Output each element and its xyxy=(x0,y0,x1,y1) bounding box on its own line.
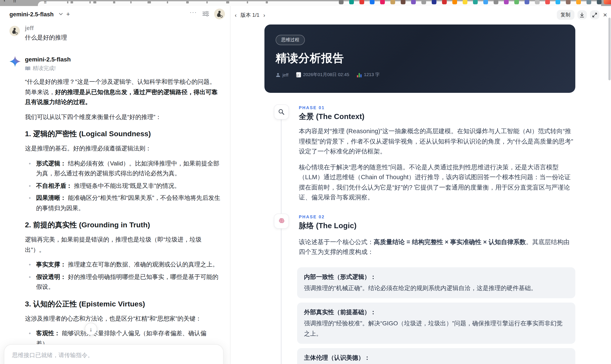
gemini-star-icon xyxy=(10,56,21,67)
box-title: 外部真实性（前提基础）： xyxy=(304,308,569,316)
paragraph: 本内容是对“推理 (Reasoning)”这一抽象概念的高层建模。在知识爆炸与人… xyxy=(299,126,575,157)
assistant-markdown: “什么是好的推理？”这是一个涉及逻辑学、认知科学和哲学核心的问题。简单来说，好的… xyxy=(25,77,221,364)
assistant-name: gemini-2.5-flash xyxy=(25,56,230,63)
list-item: 事实支撑： 推理建立在可靠的数据、准确的观测或公认的真理之上。 xyxy=(25,260,221,270)
user-name: jeff xyxy=(25,25,230,31)
phase-section-1: PHASE 01 全景 (The Context) 本内容是对“推理 (Reas… xyxy=(265,105,575,203)
user-message-text: 什么是好的推理 xyxy=(25,34,230,42)
date-item: 17 2026年01月08日 02:45 xyxy=(296,72,349,78)
word-count-item: 1213 字 xyxy=(357,72,380,78)
list-item: 假设透明： 好的推理会明确指明哪些是已知事实，哪些是基于可能的假设。 xyxy=(25,272,221,292)
scroll-to-bottom-button[interactable]: ↓ xyxy=(85,323,97,335)
bar-chart-icon xyxy=(357,72,362,77)
chat-panel: gemini-2.5-flash + ··· jeff xyxy=(0,6,230,364)
chat-messages[interactable]: jeff 什么是好的推理 gemini-2.5-flash 精读完成! “什么是… xyxy=(0,21,230,364)
close-button[interactable]: × xyxy=(603,11,607,18)
browser-tab[interactable]: ≡ xyxy=(38,1,601,6)
dimension-boxes: 内部一致性（形式逻辑）： 强调推理的“机械正确”。结论必须在给定的规则系统内逻辑… xyxy=(297,267,575,364)
section-heading: 2. 前提的真实性 (Grounding in Truth) xyxy=(25,221,221,230)
tune-settings-icon[interactable] xyxy=(202,11,209,16)
box-text: 强调推理的“经验校准”。解决“GIGO（垃圾进，垃圾出）”问题，确保推理引擎运行… xyxy=(304,318,569,339)
box-text: 强调推理的“机械正确”。结论必须在给定的规则系统内逻辑自洽，这是推理的硬件基础。 xyxy=(304,283,569,293)
paragraph: 该论述基于一个核心公式：高质量结论 = 结构完整性 × 事实准确性 × 认知自律… xyxy=(299,237,575,257)
section-heading: 3. 认知的公正性 (Epistemic Virtues) xyxy=(25,299,221,309)
composer-placeholder[interactable]: 思维接口已就绪，请传输指令。 xyxy=(12,351,215,359)
assistant-status: 精读完成! xyxy=(25,65,230,72)
expand-icon xyxy=(592,12,597,17)
phase-number: PHASE 02 xyxy=(299,214,575,219)
brain-icon xyxy=(274,213,289,228)
author-item: jeff xyxy=(276,72,289,77)
artifact-actions: 复制 × xyxy=(557,10,607,20)
list-item: 形式逻辑： 结构必须有效（Valid）。比如演绎推理中，如果前提全部为真，那么通… xyxy=(25,158,221,179)
report-title: 精读分析报告 xyxy=(276,51,564,66)
paragraph: 我们可以从以下四个维度来衡量什么是“好的推理”： xyxy=(25,112,221,122)
model-selector[interactable]: gemini-2.5-flash xyxy=(10,11,54,18)
box-title: 主体伦理（认识美德）： xyxy=(304,353,569,362)
dimension-box: 外部真实性（前提基础）： 强调推理的“经验校准”。解决“GIGO（垃圾进，垃圾出… xyxy=(297,302,575,344)
composer[interactable]: 思维接口已就绪，请传输指令。 + xyxy=(4,344,224,364)
paragraph: 这涉及推理者的心态和方法论，也是区分“杠精”和“思想家”的关键： xyxy=(25,313,221,324)
user-avatar xyxy=(10,26,20,36)
bullet-list: 事实支撑： 推理建立在可靠的数据、准确的观测或公认的真理之上。 假设透明： 好的… xyxy=(25,260,221,292)
paragraph: 这是推理的基石。好的推理必须遵循逻辑法则： xyxy=(25,143,221,154)
phase-section-2: PHASE 02 脉络 (The Logic) 该论述基于一个核心公式：高质量结… xyxy=(265,214,575,257)
section-heading: 1. 逻辑的严密性 (Logical Soundness) xyxy=(25,129,221,139)
magnifier-icon xyxy=(274,104,289,119)
report-meta: jeff 17 2026年01月08日 02:45 1213 字 xyxy=(276,72,564,78)
book-icon xyxy=(25,66,30,71)
list-item: 因果清晰： 能准确区分“相关性”和“因果关系”，不会轻率地将先后发生的事情归为因… xyxy=(25,193,221,213)
phase-title: 脉络 (The Logic) xyxy=(299,221,575,230)
menubar-app-icons[interactable] xyxy=(339,0,601,4)
bullet-list: 形式逻辑： 结构必须有效（Valid）。比如演绎推理中，如果前提全部为真，那么通… xyxy=(25,158,221,213)
more-options-button[interactable]: ··· xyxy=(190,9,197,15)
scrollbar-thumb[interactable] xyxy=(608,18,611,80)
report-badge: 思维过程 xyxy=(276,35,305,45)
paragraph: 逻辑再完美，如果前提是错误的，推理也是垃圾（即“垃圾进，垃圾出”）。 xyxy=(25,235,221,255)
paragraph: 核心情境在于解决“思考的随意性”问题。不论是人类通过批判性思维进行决策，还是大语… xyxy=(299,162,575,203)
screen: ◔ ⠿ ≡ gemini-2.5-flash + ··· xyxy=(0,0,611,364)
person-icon xyxy=(276,72,280,77)
prev-version-button[interactable]: ‹ xyxy=(235,12,237,18)
download-button[interactable] xyxy=(577,10,587,19)
assistant-message: gemini-2.5-flash 精读完成! “什么是好的推理？”这是一个涉及逻… xyxy=(0,56,230,364)
calendar-icon: 17 xyxy=(296,72,301,77)
grid-icon[interactable]: ⠿ xyxy=(13,0,16,3)
next-version-button[interactable]: › xyxy=(263,12,265,18)
dimension-box: 内部一致性（形式逻辑）： 强调推理的“机械正确”。结论必须在给定的规则系统内逻辑… xyxy=(297,267,575,298)
dimension-box: 主体伦理（认识美德）： 转向推理者的心理特征。引入奥卡姆剃刀和反向论证，旨在克服… xyxy=(297,348,575,364)
history-icon[interactable]: ◔ xyxy=(3,0,5,3)
phase-number: PHASE 01 xyxy=(299,105,575,110)
new-chat-button[interactable]: + xyxy=(66,10,70,18)
report-hero-card: 思维过程 精读分析报告 jeff 17 2026年01月08日 02:45 12… xyxy=(265,25,575,93)
paragraph: “什么是好的推理？”这是一个涉及逻辑学、认知科学和哲学核心的问题。简单来说，好的… xyxy=(25,77,221,107)
box-title: 内部一致性（形式逻辑）： xyxy=(304,272,569,281)
version-nav: ‹ 版本 1/1 › xyxy=(235,12,265,19)
menu-icon[interactable]: ≡ xyxy=(44,0,47,5)
list-item: 不自相矛盾： 推理链条中不能出现“既是又非”的情况。 xyxy=(25,181,221,191)
arrow-down-icon: ↓ xyxy=(89,325,93,332)
version-label: 版本 1/1 xyxy=(240,12,260,19)
menubar: ◔ ⠿ ≡ xyxy=(0,0,611,6)
artifact-panel: ‹ 版本 1/1 › 复制 × 思维过程 精读分析报告 jeff xyxy=(230,6,611,364)
chat-header: gemini-2.5-flash + ··· xyxy=(0,6,230,21)
report-body[interactable]: PHASE 01 全景 (The Context) 本内容是对“推理 (Reas… xyxy=(265,93,575,364)
expand-button[interactable] xyxy=(590,10,599,19)
user-message: jeff 什么是好的推理 xyxy=(0,25,230,42)
chevron-down-icon[interactable] xyxy=(59,13,63,15)
download-icon xyxy=(580,12,584,17)
copy-button[interactable]: 复制 xyxy=(557,10,574,20)
phase-title: 全景 (The Context) xyxy=(299,112,575,121)
menubar-corner-app-icon[interactable] xyxy=(604,0,611,4)
user-avatar[interactable] xyxy=(214,9,225,19)
